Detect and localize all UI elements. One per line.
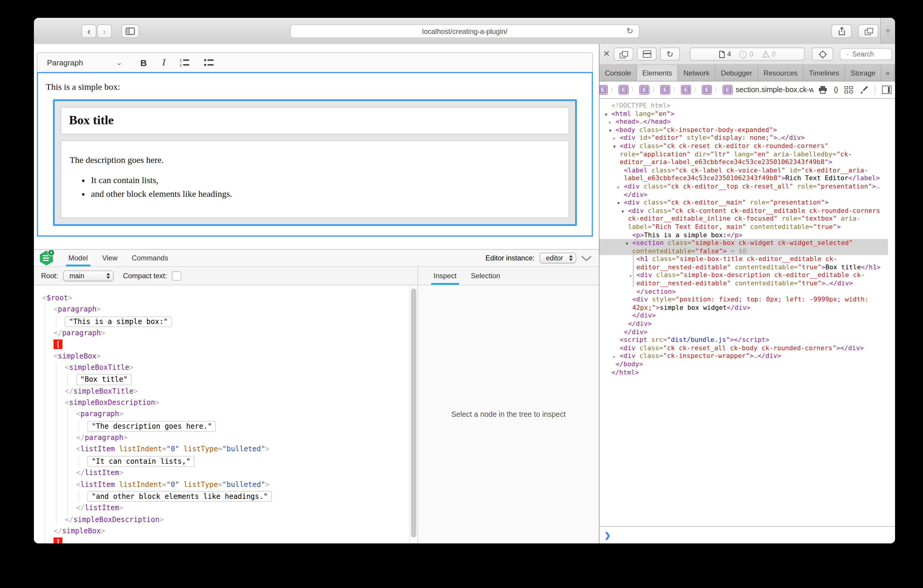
dom-tree-node[interactable]: ▼<div class="ck ck-reset ck-editor ck-ro… bbox=[599, 142, 888, 166]
model-node[interactable]: </simpleBox> bbox=[54, 526, 406, 537]
close-inspector-button[interactable]: ✕ bbox=[603, 49, 610, 58]
tab-overflow-button[interactable]: » bbox=[881, 65, 894, 81]
dock-bottom-button[interactable] bbox=[637, 48, 657, 61]
layout-grid-icon[interactable] bbox=[844, 86, 853, 94]
model-node[interactable]: <simpleBoxTitle> bbox=[65, 362, 406, 374]
bulleted-list-button[interactable] bbox=[204, 58, 214, 67]
heading-dropdown[interactable]: Paragraph ⌄ bbox=[47, 58, 122, 67]
expand-node-icon[interactable]: ▶ bbox=[618, 184, 620, 192]
root-select[interactable]: main bbox=[63, 271, 113, 281]
show-source-icon[interactable]: ⟨⟩ bbox=[833, 85, 838, 94]
ck-tab-model[interactable]: Model bbox=[61, 250, 95, 266]
element-picker-button[interactable] bbox=[812, 48, 833, 61]
dom-tree-node[interactable]: ▼<body class="ck-inspector-body-expanded… bbox=[599, 126, 888, 134]
expand-node-icon[interactable]: ▶ bbox=[630, 273, 632, 281]
dom-tree-node[interactable]: ▶<div class="simple-box-description ck-e… bbox=[599, 271, 888, 287]
dom-tree-node[interactable]: <div style="position: fixed; top: 0px; l… bbox=[599, 296, 888, 312]
inspector-search-field[interactable]: ⌄ bbox=[840, 48, 892, 60]
inspector-tab-network[interactable]: Network bbox=[678, 65, 716, 81]
model-node[interactable]: <simpleBoxDescription> bbox=[65, 397, 406, 409]
model-node[interactable]: <$root> bbox=[42, 292, 406, 304]
print-icon[interactable] bbox=[818, 85, 827, 94]
address-bar[interactable]: localhost/creating-a-plugin/ ↻ bbox=[290, 25, 639, 38]
bullet-item[interactable]: It can contain lists, bbox=[91, 175, 560, 186]
model-text-node[interactable]: "and other block elements like headings.… bbox=[87, 491, 272, 502]
dom-tree-node[interactable]: ▼<section class="simple-box ck-widget ck… bbox=[599, 239, 888, 255]
model-node[interactable]: <simpleBox> bbox=[54, 350, 406, 362]
model-tree[interactable]: <$root><paragraph>"This is a simple box:… bbox=[34, 286, 417, 544]
inspector-tab-debugger[interactable]: Debugger bbox=[716, 65, 758, 81]
inspector-tab-elements[interactable]: Elements bbox=[637, 65, 678, 81]
simple-box-title-field[interactable]: Box title bbox=[61, 107, 569, 135]
model-node[interactable]: </paragraph> bbox=[54, 328, 406, 339]
element-badge-icon[interactable]: E bbox=[723, 85, 733, 95]
add-tab-button[interactable]: + bbox=[895, 65, 895, 81]
model-node[interactable]: </simpleBoxDescription> bbox=[65, 514, 406, 526]
compact-text-checkbox[interactable] bbox=[172, 271, 181, 281]
dom-tree[interactable]: <!DOCTYPE html>▼<html lang="en">▶<head>…… bbox=[599, 99, 895, 526]
search-options-chevron-icon[interactable]: ⌄ bbox=[846, 52, 849, 56]
editor-editable-area[interactable]: This is a simple box: Box title The desc… bbox=[37, 72, 593, 237]
show-all-tabs-button[interactable] bbox=[858, 25, 879, 38]
bullet-item[interactable]: and other block elements like headings. bbox=[91, 189, 560, 200]
model-node[interactable]: </simpleBoxTitle> bbox=[65, 386, 406, 397]
model-node[interactable]: </paragraph> bbox=[76, 432, 406, 444]
dom-tree-node[interactable]: </html> bbox=[599, 368, 888, 376]
dom-tree-node[interactable]: </body> bbox=[599, 360, 888, 368]
model-text-node[interactable]: "It can contain lists," bbox=[87, 456, 194, 467]
sidebar-toggle-button[interactable] bbox=[122, 25, 139, 38]
node-tab-inspect[interactable]: Inspect bbox=[426, 267, 463, 285]
dom-tree-node[interactable]: <p>This is a simple box:</p> bbox=[599, 231, 888, 239]
simple-box-description-field[interactable]: The description goes here. It can contai… bbox=[61, 140, 569, 218]
dom-tree-node[interactable]: ▶<head>…</head> bbox=[599, 118, 888, 126]
dom-tree-node[interactable]: </div> bbox=[599, 312, 888, 320]
element-badge-icon[interactable]: E bbox=[702, 85, 712, 95]
reload-icon[interactable]: ↻ bbox=[627, 26, 633, 36]
ck-tab-view[interactable]: View bbox=[95, 250, 125, 266]
simple-box-widget[interactable]: Box title The description goes here. It … bbox=[53, 99, 577, 226]
detach-inspector-button[interactable] bbox=[614, 48, 633, 61]
inspector-tab-console[interactable]: Console bbox=[599, 65, 637, 81]
dom-tree-node[interactable]: ▼<div class="ck ck-editor__main" role="p… bbox=[599, 199, 888, 207]
editor-instance-select[interactable]: editor bbox=[539, 253, 576, 263]
element-badge-icon[interactable]: E bbox=[619, 85, 629, 95]
dom-tree-node[interactable]: <!DOCTYPE html> bbox=[599, 102, 888, 110]
dom-tree-node[interactable]: <h1 class="simple-box-title ck-editor__e… bbox=[599, 255, 888, 271]
dom-tree-node[interactable]: <script src="dist/bundle.js"></script> bbox=[599, 336, 888, 344]
dom-tree-node[interactable]: ▶<div class="ck ck-editor__top ck-reset_… bbox=[599, 182, 888, 199]
collapse-node-icon[interactable]: ▼ bbox=[613, 143, 616, 151]
forward-button[interactable]: › bbox=[97, 25, 112, 38]
dom-tree-node[interactable]: <div class="ck ck-reset_all ck-body ck-r… bbox=[599, 344, 888, 352]
dom-tree-node[interactable]: </section> bbox=[599, 287, 888, 296]
element-badge-icon[interactable]: E bbox=[660, 85, 670, 95]
numbered-list-button[interactable]: 1 2 bbox=[180, 58, 190, 67]
model-node[interactable]: <listItem listIndent="0" listType="bulle… bbox=[76, 444, 406, 455]
element-badge-icon[interactable]: E bbox=[681, 85, 691, 95]
inspector-reload-button[interactable]: ↻ bbox=[660, 48, 680, 61]
model-node[interactable]: </listItem> bbox=[76, 503, 406, 514]
collapse-inspector-icon[interactable] bbox=[581, 255, 592, 261]
ck-tab-commands[interactable]: Commands bbox=[125, 250, 176, 266]
dom-tree-node[interactable]: ▶<div id="editor" style="display: none;"… bbox=[599, 134, 888, 142]
new-tab-button[interactable]: + bbox=[880, 18, 895, 44]
dom-tree-node[interactable]: <label class="ck ck-label ck-voice-label… bbox=[599, 166, 888, 182]
details-sidebar-toggle-icon[interactable] bbox=[882, 85, 892, 94]
quick-console[interactable]: ❯ bbox=[599, 526, 895, 544]
collapse-node-icon[interactable]: ▼ bbox=[621, 208, 624, 216]
scrollbar-thumb[interactable] bbox=[411, 288, 416, 537]
model-node[interactable]: <listItem listIndent="0" listType="bulle… bbox=[76, 479, 406, 491]
model-text-node[interactable]: "Box title" bbox=[76, 374, 132, 385]
description-paragraph[interactable]: The description goes here. bbox=[70, 155, 560, 165]
dom-tree-node[interactable]: </div> bbox=[599, 328, 888, 336]
model-node[interactable]: <paragraph> bbox=[76, 409, 406, 420]
search-input[interactable] bbox=[851, 50, 888, 58]
back-button[interactable]: ‹ bbox=[82, 25, 96, 38]
model-text-node[interactable]: "This is a simple box:" bbox=[65, 316, 172, 327]
box-title-heading[interactable]: Box title bbox=[69, 113, 568, 128]
dom-tree-node[interactable]: </div> bbox=[599, 320, 888, 328]
italic-button[interactable]: I bbox=[163, 57, 166, 68]
dom-tree-node[interactable]: ▼<html lang="en"> bbox=[599, 110, 888, 118]
share-button[interactable] bbox=[831, 25, 852, 38]
description-bullet-list[interactable]: It can contain lists,and other block ele… bbox=[70, 175, 560, 200]
inspector-tab-timelines[interactable]: Timelines bbox=[803, 65, 845, 81]
